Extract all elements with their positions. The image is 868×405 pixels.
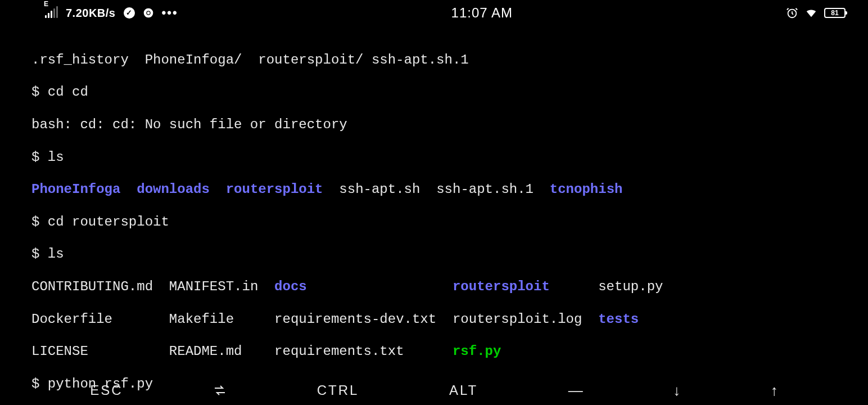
status-clock: 11:07 AM (451, 5, 513, 21)
terminal-line: $ cd routersploit (31, 214, 837, 231)
terminal-line: $ ls (31, 150, 837, 166)
soft-key-row: ESC CTRL ALT ― ↓ ↑ (0, 382, 868, 399)
terminal-line: LICENSE README.md requirements.txt rsf.p… (31, 344, 837, 360)
android-status-bar: E 7.20KB/s ✓ ••• 11:07 AM 81 (0, 0, 868, 26)
battery-icon: 81 (824, 8, 846, 18)
minus-key[interactable]: ― (568, 382, 583, 399)
chrome-icon (143, 7, 154, 19)
signal-icon: E (45, 8, 58, 18)
terminal-line: Dockerfile Makefile requirements-dev.txt… (31, 312, 837, 328)
file-entry: Dockerfile (31, 312, 112, 327)
file-entry: Makefile (169, 312, 234, 327)
file-entry: requirements-dev.txt (274, 312, 436, 327)
terminal-line: $ cd cd (31, 84, 837, 101)
tab-key[interactable] (213, 384, 227, 397)
dir-entry: tcnophish (550, 182, 623, 197)
alarm-icon (786, 7, 798, 19)
status-left: E 7.20KB/s ✓ ••• (45, 6, 178, 20)
status-right: 81 (786, 7, 846, 19)
file-entry: setup.py (598, 279, 663, 294)
dir-entry: PhoneInfoga (31, 182, 120, 197)
file-entry: MANIFEST.in (169, 279, 258, 294)
down-arrow-key[interactable]: ↓ (673, 382, 680, 399)
terminal-line: $ ls (31, 246, 837, 263)
file-entry: ssh-apt.sh (339, 182, 420, 197)
alt-key[interactable]: ALT (449, 382, 478, 399)
terminal-line: CONTRIBUTING.md MANIFEST.in docs routers… (31, 279, 837, 295)
svg-point-2 (147, 11, 150, 14)
up-arrow-key[interactable]: ↑ (771, 382, 778, 399)
esc-key[interactable]: ESC (90, 382, 123, 399)
dir-entry: routersploit (453, 279, 550, 294)
terminal-line: bash: cd: cd: No such file or directory (31, 117, 837, 133)
exec-entry: rsf.py (453, 344, 501, 359)
dir-entry: downloads (137, 182, 210, 197)
dir-entry: tests (598, 312, 639, 327)
dir-entry: routersploit (226, 182, 323, 197)
file-entry: routersploit.log (453, 312, 582, 327)
wifi-icon (805, 7, 817, 19)
file-entry: LICENSE (31, 344, 88, 359)
file-entry: ssh-apt.sh.1 (436, 182, 534, 197)
terminal-line: .rsf_history PhoneInfoga/ routersploit/ … (31, 52, 837, 69)
file-entry: README.md (169, 344, 242, 359)
more-dots-icon: ••• (162, 6, 178, 20)
network-speed: 7.20KB/s (66, 6, 116, 20)
file-entry: CONTRIBUTING.md (31, 279, 153, 294)
file-entry: requirements.txt (274, 344, 404, 359)
check-circle-icon: ✓ (124, 7, 135, 19)
dir-entry: docs (274, 279, 307, 294)
terminal-line: PhoneInfoga downloads routersploit ssh-a… (31, 182, 837, 198)
terminal-output[interactable]: .rsf_history PhoneInfoga/ routersploit/ … (0, 26, 868, 405)
ctrl-key[interactable]: CTRL (317, 382, 359, 399)
